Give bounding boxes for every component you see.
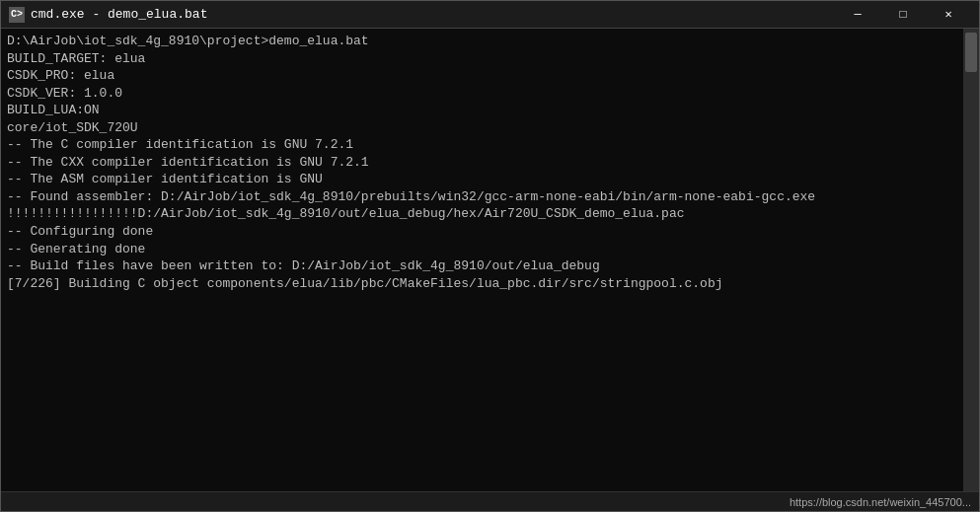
scrollbar-thumb[interactable] xyxy=(965,33,977,72)
terminal-body[interactable]: D:\AirJob\iot_sdk_4g_8910\project>demo_e… xyxy=(1,29,979,491)
window-controls: ─ □ ✕ xyxy=(835,1,971,29)
title-bar: C> cmd.exe - demo_elua.bat ─ □ ✕ xyxy=(1,1,979,29)
window-icon: C> xyxy=(9,7,25,23)
scrollbar[interactable] xyxy=(963,29,979,491)
close-button[interactable]: ✕ xyxy=(926,1,971,29)
maximize-button[interactable]: □ xyxy=(880,1,926,29)
status-bar: https://blog.csdn.net/weixin_445700... xyxy=(1,491,979,511)
cmd-window: C> cmd.exe - demo_elua.bat ─ □ ✕ D:\AirJ… xyxy=(0,0,980,512)
title-bar-text: cmd.exe - demo_elua.bat xyxy=(31,7,835,22)
terminal-output: D:\AirJob\iot_sdk_4g_8910\project>demo_e… xyxy=(7,33,973,292)
minimize-button[interactable]: ─ xyxy=(835,1,880,29)
status-url: https://blog.csdn.net/weixin_445700... xyxy=(790,496,971,508)
